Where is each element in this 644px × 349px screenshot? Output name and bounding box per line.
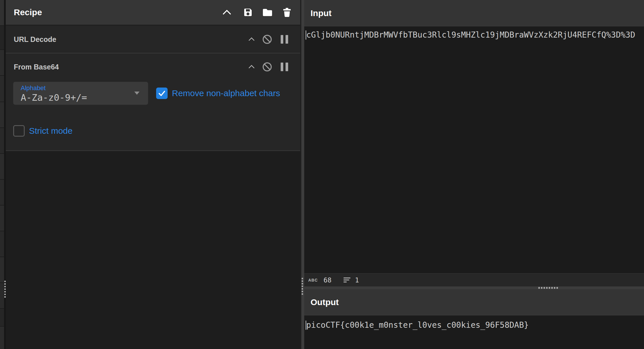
clear-recipe-trash-icon[interactable] [282, 7, 292, 18]
alphabet-select[interactable]: Alphabet A-Za-z0-9+/= [13, 82, 148, 105]
operation-title: From Base64 [14, 63, 59, 71]
operation-list-item [0, 0, 4, 25]
collapse-recipe-icon[interactable] [223, 9, 231, 18]
collapse-operation-icon[interactable] [249, 65, 255, 71]
line-count-icon [344, 278, 350, 282]
operation-list-item [0, 180, 4, 205]
dropdown-caret-icon [134, 92, 139, 95]
operation-url-decode[interactable]: URL Decode [6, 26, 300, 53]
disable-operation-icon[interactable] [262, 62, 272, 72]
char-count-icon: ABC [308, 278, 318, 282]
output-text: picoCTF{c00k1e_m0nster_l0ves_c00kies_96F… [306, 320, 529, 330]
operation-list-item [0, 26, 4, 49]
input-status-bar: ABC 68 1 [304, 273, 644, 286]
disable-operation-icon[interactable] [262, 34, 272, 44]
output-header: Output [304, 289, 644, 315]
collapse-operation-icon[interactable] [249, 37, 255, 43]
operation-list-item [0, 205, 4, 231]
remove-non-alphabet-label: Remove non-alphabet chars [172, 88, 280, 98]
load-recipe-folder-icon[interactable] [262, 8, 273, 17]
remove-non-alphabet-checkbox[interactable] [156, 88, 168, 99]
operation-list-item [0, 50, 4, 75]
output-textarea[interactable]: picoCTF{c00k1e_m0nster_l0ves_c00kies_96F… [304, 315, 644, 349]
save-recipe-icon[interactable] [243, 7, 253, 18]
char-count-value: 68 [323, 276, 331, 284]
operation-list-item [0, 76, 4, 102]
operation-list-item [0, 154, 4, 179]
input-header: Input [304, 0, 644, 26]
input-output-splitter[interactable] [304, 286, 644, 289]
operation-title: URL Decode [14, 35, 56, 44]
breakpoint-pause-icon[interactable] [281, 35, 288, 44]
line-count-value: 1 [355, 276, 359, 284]
operation-list-item [0, 257, 4, 282]
input-text: cGljb0NURntjMDBrMWVfbTBuc3Rlcl9sMHZlc19j… [306, 30, 635, 40]
operation-list-item [0, 327, 4, 349]
input-textarea[interactable]: cGljb0NURntjMDBrMWVfbTBuc3Rlcl9sMHZlc19j… [304, 26, 644, 273]
splitter-drag-handle-icon[interactable] [538, 287, 558, 289]
strict-mode-label: Strict mode [29, 126, 73, 136]
remove-non-alphabet-option[interactable]: Remove non-alphabet chars [156, 88, 280, 99]
alphabet-label: Alphabet [21, 84, 148, 92]
recipe-panel: Recipe URL Decode [6, 0, 300, 349]
operation-list-item [0, 231, 4, 257]
recipe-io-splitter[interactable] [300, 0, 304, 349]
operation-from-base64[interactable]: From Base64 Alphabet A-Za-z0-9+/= [6, 53, 300, 151]
alphabet-value: A-Za-z0-9+/= [21, 92, 148, 103]
recipe-header: Recipe [6, 0, 300, 26]
operations-list-strip [0, 0, 4, 349]
strict-mode-option[interactable]: Strict mode [13, 125, 73, 137]
input-title: Input [311, 8, 331, 18]
strict-mode-checkbox[interactable] [13, 125, 25, 137]
operation-list-item [0, 283, 4, 308]
splitter-drag-handle-icon[interactable] [302, 278, 303, 296]
check-icon [157, 88, 167, 99]
operation-list-item [0, 102, 4, 127]
operation-list-item [0, 309, 4, 326]
operation-list-item [0, 128, 4, 153]
recipe-title: Recipe [14, 7, 42, 17]
output-title: Output [311, 297, 339, 307]
breakpoint-pause-icon[interactable] [281, 63, 288, 71]
io-panel: Input cGljb0NURntjMDBrMWVfbTBuc3Rlcl9sMH… [304, 0, 644, 349]
